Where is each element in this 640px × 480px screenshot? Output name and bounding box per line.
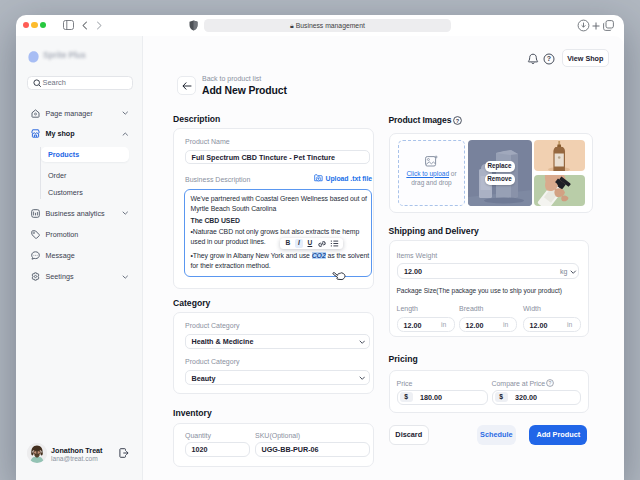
svg-text:?: ? [546, 55, 550, 62]
svg-text:?: ? [549, 380, 552, 386]
svg-text:?: ? [455, 117, 459, 123]
